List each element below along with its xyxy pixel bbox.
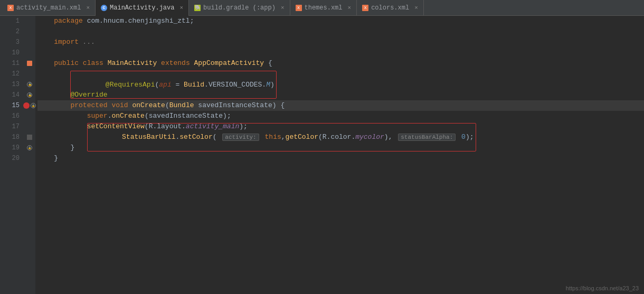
gutter-19: 🔒 [24, 143, 35, 153]
gutter-12 [24, 69, 35, 79]
tab-build-gradle[interactable]: 🐘 build.gradle (:app) × [189, 0, 290, 16]
tab-close-icon[interactable]: × [414, 5, 418, 11]
tab-close-icon[interactable]: × [179, 5, 183, 11]
gutter-11 [24, 58, 35, 69]
line-num-16: 16 [0, 111, 20, 121]
gradle-icon: 🐘 [194, 5, 201, 11]
java-icon: c [101, 5, 107, 11]
editor: 1 2 3 10 11 12 13 14 15 16 17 18 19 20 🔒… [0, 16, 644, 294]
line-num-10: 10 [0, 48, 20, 58]
tab-main-activity-java[interactable]: c MainActivity.java × [96, 0, 189, 16]
tab-colors-xml[interactable]: x colors.xml × [357, 0, 424, 16]
param-hint-statusbar: statusBarAlpha: [398, 134, 456, 141]
tab-activity-main-xml[interactable]: x activity_main.xml × [2, 0, 96, 16]
gutter-10 [24, 48, 35, 58]
gutter-18 [24, 132, 35, 143]
tab-label: activity_main.xml [16, 4, 81, 12]
gutter-13: 🔒 [24, 79, 35, 90]
line-num-13: 13 [0, 79, 20, 90]
gutter-20 [24, 153, 35, 164]
gutter-14: 🔒 [24, 90, 35, 100]
gutter-16 [24, 111, 35, 121]
lock-icon-13: 🔒 [27, 82, 32, 87]
code-line-15: protected void onCreate(Bundle savedInst… [37, 100, 644, 111]
tab-bar: x activity_main.xml × c MainActivity.jav… [0, 0, 644, 16]
line-num-15: 15 [0, 100, 20, 111]
param-hint-activity: activity: [222, 134, 259, 141]
gutter-2 [24, 26, 35, 37]
gutter-15: 🔒 [24, 100, 35, 111]
line-num-12: 12 [0, 69, 20, 79]
gutter: 🔒 🔒 🔒 🔒 [24, 16, 35, 294]
code-line-11: public class MainActivity extends AppCom… [37, 58, 644, 69]
tab-close-icon[interactable]: × [281, 5, 285, 11]
code-line-3: import ... [37, 37, 644, 48]
code-area[interactable]: package com.hnucm.chenjingshi_ztl; impor… [35, 16, 644, 294]
line-num-14: 14 [0, 90, 20, 100]
line-num-2: 2 [0, 26, 20, 37]
line-num-20: 20 [0, 153, 20, 164]
line-num-11: 11 [0, 58, 20, 69]
code-line-13: @RequiresApi(api = Build.VERSION_CODES.M… [37, 79, 644, 90]
tab-label: build.gradle (:app) [203, 4, 276, 12]
line-num-17: 17 [0, 121, 20, 132]
tab-themes-xml[interactable]: x themes.xml × [290, 0, 357, 16]
lock-icon-14: 🔒 [27, 92, 32, 98]
watermark: https://blog.csdn.net/a23_23 [566, 285, 639, 291]
gutter-3 [24, 37, 35, 48]
line-num-19: 19 [0, 143, 20, 153]
gutter-17 [24, 121, 35, 132]
breakpoint-icon[interactable] [23, 102, 30, 109]
gutter-1 [24, 16, 35, 26]
black-square-icon [27, 135, 32, 140]
line-num-3: 3 [0, 37, 20, 48]
code-line-1: package com.hnucm.chenjingshi_ztl; [37, 16, 644, 26]
xml-icon: x [362, 5, 368, 11]
code-line-16: super.onCreate(savedInstanceState); [37, 111, 644, 121]
code-line-18: StatusBarUtil.setColor( activity: this,g… [37, 132, 644, 143]
line-num-1: 1 [0, 16, 20, 26]
tab-close-icon[interactable]: × [86, 5, 90, 11]
code-line-10 [37, 48, 644, 58]
code-line-2 [37, 26, 644, 37]
tab-label: colors.xml [371, 4, 409, 12]
line-numbers: 1 2 3 10 11 12 13 14 15 16 17 18 19 20 [0, 16, 24, 294]
code-line-20: } [37, 153, 644, 164]
xml-icon: x [296, 5, 302, 11]
tab-label: themes.xml [305, 4, 343, 12]
lock-icon-19: 🔒 [27, 145, 32, 150]
xml-icon: x [7, 5, 14, 11]
tab-label: MainActivity.java [110, 4, 174, 12]
line-num-18: 18 [0, 132, 20, 143]
tab-close-icon[interactable]: × [348, 5, 352, 11]
override-icon [27, 61, 32, 66]
